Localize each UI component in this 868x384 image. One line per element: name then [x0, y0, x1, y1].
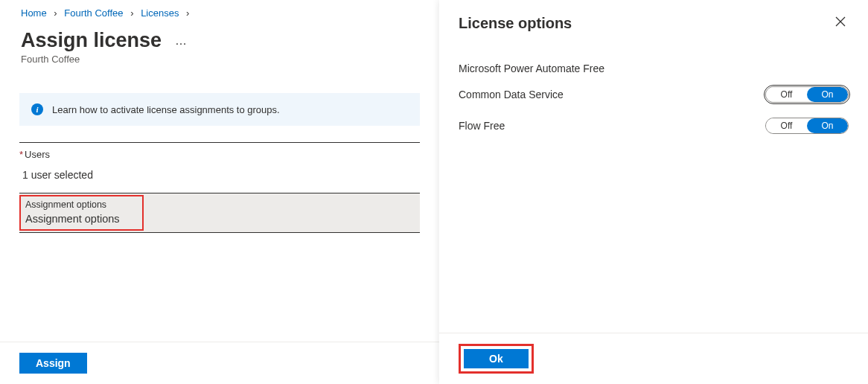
more-menu-icon[interactable]: … [175, 34, 188, 48]
toggle-on-side[interactable]: On [807, 87, 848, 102]
toggle-off-side[interactable]: Off [766, 118, 807, 133]
chevron-right-icon: › [130, 7, 133, 19]
required-star-icon: * [19, 149, 23, 160]
chevron-right-icon: › [54, 7, 57, 19]
breadcrumb-account[interactable]: Fourth Coffee [64, 7, 123, 19]
title-row: Assign license … [0, 26, 439, 52]
chevron-right-icon: › [186, 7, 189, 19]
main-panel: Home › Fourth Coffee › Licenses › Assign… [0, 0, 439, 384]
panel-footer: Ok [439, 333, 868, 384]
panel-content: Microsoft Power Automate Free Common Dat… [439, 33, 868, 134]
toggle-off-side[interactable]: Off [766, 87, 807, 102]
main-footer: Assign [0, 342, 439, 384]
users-value[interactable]: 1 user selected [19, 166, 420, 188]
info-banner: i Learn how to activate license assignme… [19, 93, 420, 126]
toggle-on-side[interactable]: On [807, 118, 848, 133]
breadcrumb-home[interactable]: Home [21, 7, 47, 19]
info-text[interactable]: Learn how to activate license assignment… [52, 104, 280, 115]
assignment-section[interactable]: Assignment options Assignment options [19, 193, 420, 233]
toggle-flow[interactable]: Off On [765, 118, 849, 134]
option-row-cds: Common Data Service Off On [459, 86, 849, 103]
assignment-label: Assignment options [25, 199, 120, 210]
assign-button[interactable]: Assign [19, 353, 87, 374]
option-label: Common Data Service [459, 89, 564, 100]
product-name: Microsoft Power Automate Free [459, 63, 849, 74]
page-title: Assign license [21, 29, 162, 52]
page-subtitle: Fourth Coffee [0, 52, 439, 65]
ok-button[interactable]: Ok [464, 349, 529, 368]
breadcrumb: Home › Fourth Coffee › Licenses › [0, 0, 439, 26]
close-icon[interactable] [832, 13, 849, 33]
option-row-flow: Flow Free Off On [459, 118, 849, 134]
license-options-panel: License options Microsoft Power Automate… [439, 0, 868, 384]
panel-title: License options [459, 15, 572, 32]
info-icon: i [31, 103, 43, 115]
assignment-value: Assignment options [25, 213, 120, 225]
users-label: *Users [19, 149, 420, 160]
panel-header: License options [439, 0, 868, 33]
option-label: Flow Free [459, 120, 505, 132]
toggle-cds[interactable]: Off On [765, 86, 849, 103]
users-label-text: Users [25, 149, 50, 160]
assignment-highlight: Assignment options Assignment options [19, 195, 144, 231]
breadcrumb-licenses[interactable]: Licenses [141, 7, 179, 19]
users-section: *Users 1 user selected [19, 142, 420, 188]
ok-highlight: Ok [459, 344, 534, 374]
